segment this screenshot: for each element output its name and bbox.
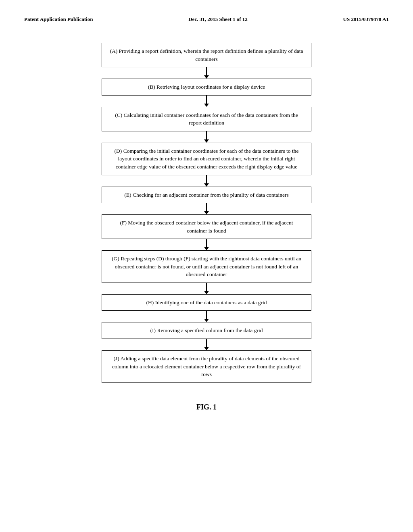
arrow-5 bbox=[204, 239, 209, 250]
arrow-line bbox=[206, 239, 207, 247]
flowchart: (A) Providing a report definition, where… bbox=[102, 43, 311, 383]
arrow-7 bbox=[204, 311, 209, 322]
flow-step-d: (D) Comparing the initial container coor… bbox=[102, 143, 311, 175]
arrow-1 bbox=[204, 96, 209, 107]
arrow-line bbox=[206, 175, 207, 183]
header-middle: Dec. 31, 2015 Sheet 1 of 12 bbox=[188, 16, 248, 23]
arrow-6 bbox=[204, 283, 209, 294]
flow-step-i: (I) Removing a specified column from the… bbox=[102, 322, 311, 339]
header-right: US 2015/0379470 A1 bbox=[343, 16, 389, 23]
arrow-0 bbox=[204, 67, 209, 79]
arrow-2 bbox=[204, 131, 209, 143]
flow-step-g: (G) Repeating steps (D) through (F) star… bbox=[102, 250, 311, 283]
arrow-3 bbox=[204, 175, 209, 187]
figure-label: FIG. 1 bbox=[196, 403, 217, 411]
flow-step-e: (E) Checking for an adjacent container f… bbox=[102, 187, 311, 204]
arrow-head bbox=[204, 211, 209, 214]
arrow-head bbox=[204, 104, 209, 107]
header-left: Patent Application Publication bbox=[24, 16, 93, 23]
arrow-head bbox=[204, 291, 209, 294]
flow-step-c: (C) Calculating initial container coordi… bbox=[102, 107, 311, 131]
arrow-head bbox=[204, 75, 209, 79]
flow-step-a: (A) Providing a report definition, where… bbox=[102, 43, 311, 67]
arrow-line bbox=[206, 311, 207, 319]
flow-step-j: (J) Adding a specific data element from … bbox=[102, 350, 311, 383]
flow-step-f: (F) Moving the obscured container below … bbox=[102, 214, 311, 239]
arrow-head bbox=[204, 319, 209, 322]
arrow-line bbox=[206, 96, 207, 104]
arrow-line bbox=[206, 283, 207, 291]
patent-header: Patent Application Publication Dec. 31, … bbox=[24, 16, 389, 23]
arrow-line bbox=[206, 131, 207, 139]
arrow-head bbox=[204, 139, 209, 143]
flow-step-h: (H) Identifying one of the data containe… bbox=[102, 294, 311, 311]
arrow-line bbox=[206, 203, 207, 211]
arrow-line bbox=[206, 67, 207, 75]
arrow-8 bbox=[204, 339, 209, 350]
arrow-head bbox=[204, 247, 209, 250]
arrow-head bbox=[204, 183, 209, 187]
arrow-line bbox=[206, 339, 207, 347]
arrow-4 bbox=[204, 203, 209, 214]
page: Patent Application Publication Dec. 31, … bbox=[0, 0, 413, 532]
flow-step-b: (B) Retrieving layout coordinates for a … bbox=[102, 79, 311, 96]
arrow-head bbox=[204, 347, 209, 350]
